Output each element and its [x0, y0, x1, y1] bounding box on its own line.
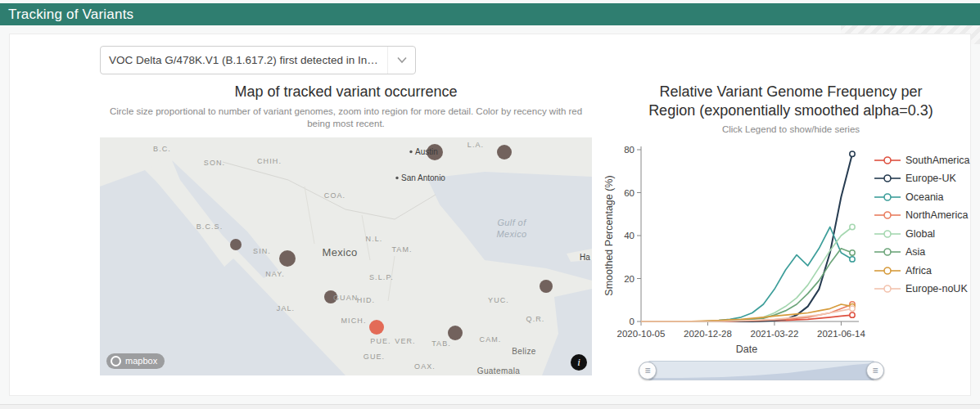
legend-item-Oceania[interactable]: Oceania — [874, 188, 978, 207]
map-label: B.C. — [153, 145, 171, 153]
legend-label: Global — [905, 228, 935, 240]
map-label: TAB. — [431, 339, 451, 348]
map-label: VER. — [395, 337, 415, 345]
legend-circle — [884, 175, 891, 182]
app-header: Tracking of Variants — [0, 3, 980, 25]
map-label: L.A. — [467, 141, 484, 149]
legend-item-Global[interactable]: Global — [874, 225, 978, 244]
map-label: N.L. — [366, 235, 383, 243]
map-svg: B.C.SON.CHIH.B.C.S.COA.N.L.TAM.S.L.P.SIN… — [100, 137, 592, 375]
series-end-marker — [850, 306, 855, 311]
map-label: NAY. — [265, 270, 285, 278]
legend-circle — [884, 231, 891, 237]
variant-circle[interactable] — [497, 145, 512, 160]
legend-label: Africa — [905, 265, 932, 276]
variant-select[interactable]: VOC Delta G/478K.V1 (B.1.617.2) first de… — [100, 46, 416, 74]
map-label: JAL. — [277, 304, 295, 312]
x-tick-label: 2021-03-22 — [751, 329, 799, 339]
y-tick-label: 20 — [624, 273, 635, 283]
legend-marker — [874, 192, 901, 202]
map-label: MICH. — [341, 317, 367, 325]
legend-marker — [874, 284, 901, 294]
map-label: B.C.S. — [196, 222, 224, 231]
chart-canvas[interactable]: 0204060802020-10-052020-12-282021-03-222… — [603, 143, 874, 354]
map-label: SON. — [204, 159, 225, 167]
chevron-down-icon[interactable] — [387, 47, 415, 74]
legend-label: SouthAmerica — [905, 155, 970, 166]
rangeslider-handle-right[interactable]: ≡ — [866, 362, 884, 380]
map-label: SIN. — [253, 247, 271, 255]
legend-label: Asia — [905, 246, 925, 258]
series-end-marker — [850, 312, 855, 317]
variant-circle[interactable] — [540, 280, 553, 293]
chart-title: Relative Variant Genome Frequency per Re… — [639, 83, 943, 119]
legend-marker — [874, 266, 901, 276]
legend-item-SouthAmerica[interactable]: SouthAmerica — [874, 151, 978, 170]
series-end-marker — [850, 256, 855, 261]
legend-item-Africa[interactable]: Africa — [874, 262, 978, 281]
map-label: COA. — [324, 191, 345, 200]
mapbox-attribution[interactable]: mapbox — [106, 353, 165, 369]
y-tick-label: 60 — [624, 187, 635, 197]
y-tick-label: 0 — [630, 317, 635, 326]
legend-marker — [874, 173, 901, 183]
map-label: San Antonio — [401, 173, 445, 182]
legend-item-Europe-UK[interactable]: Europe-UK — [874, 169, 978, 188]
map-label: TAM. — [391, 245, 412, 254]
legend-circle — [884, 285, 891, 292]
x-tick-label: 2020-10-05 — [617, 329, 666, 339]
city-dot — [409, 150, 412, 152]
variant-select-value: VOC Delta G/478K.V1 (B.1.617.2) first de… — [101, 54, 387, 66]
main-card: VOC Delta G/478K.V1 (B.1.617.2) first de… — [9, 34, 971, 396]
info-icon[interactable]: i — [571, 354, 587, 371]
legend-marker — [874, 155, 901, 165]
map-label: Q.R. — [526, 315, 545, 323]
map-label: HID. — [357, 296, 375, 304]
city-dot — [395, 176, 398, 178]
legend-item-Asia[interactable]: Asia — [874, 243, 978, 262]
legend-item-Europe-noUK[interactable]: Europe-noUK — [874, 280, 978, 299]
legend-marker — [874, 210, 901, 220]
map-label: YUC. — [488, 296, 509, 304]
series-end-marker — [850, 224, 855, 229]
legend-circle — [884, 157, 891, 164]
y-axis-title: Smoothed Percentage (%) — [603, 175, 615, 295]
series-end-marker — [850, 151, 855, 156]
legend-circle — [884, 194, 891, 200]
variant-circle[interactable] — [369, 320, 384, 335]
series-line-Europe-UK — [641, 154, 852, 321]
series-end-marker — [850, 249, 855, 254]
legend-label: Europe-noUK — [905, 283, 968, 294]
map-label: GUE. — [364, 353, 385, 361]
x-axis-title: Date — [736, 344, 757, 355]
map-canvas[interactable]: B.C.SON.CHIH.B.C.S.COA.N.L.TAM.S.L.P.SIN… — [100, 137, 592, 375]
map-label: Mexico — [323, 246, 358, 258]
map-label: Ha — [580, 253, 590, 262]
variant-circle[interactable] — [279, 250, 296, 267]
map-label: CAM. — [480, 335, 502, 344]
map-label: S.L.P. — [369, 273, 394, 281]
legend-marker — [874, 247, 901, 257]
map-subtitle: Circle size proportional to number of va… — [101, 106, 592, 131]
legend-item-NorthAmerica[interactable]: NorthAmerica — [874, 206, 978, 225]
series-line-Global — [641, 227, 852, 321]
variant-circle[interactable] — [448, 326, 463, 340]
map-label: PUE. — [370, 337, 391, 345]
map-label: OAX. — [414, 362, 436, 371]
map-section: Map of tracked variant occurrence Circle… — [100, 74, 592, 380]
rangeslider-track[interactable] — [648, 361, 875, 380]
rangeslider[interactable]: ≡ ≡ — [648, 361, 875, 380]
chart-subtitle: Click Legend to show/hide series — [603, 124, 978, 137]
map-title: Map of tracked variant occurrence — [100, 83, 592, 101]
legend-circle — [884, 212, 891, 218]
legend-circle — [884, 249, 891, 255]
y-tick-label: 80 — [624, 145, 635, 155]
variant-circle[interactable] — [230, 239, 242, 250]
map-label: Mexico — [496, 229, 526, 239]
mapbox-wordmark: mapbox — [125, 356, 157, 366]
rangeslider-preview — [648, 362, 874, 380]
legend-label: NorthAmerica — [905, 209, 968, 221]
rangeslider-handle-left[interactable]: ≡ — [639, 362, 657, 380]
series-line-Africa — [641, 304, 852, 321]
map-label: Guatemala — [477, 366, 521, 375]
